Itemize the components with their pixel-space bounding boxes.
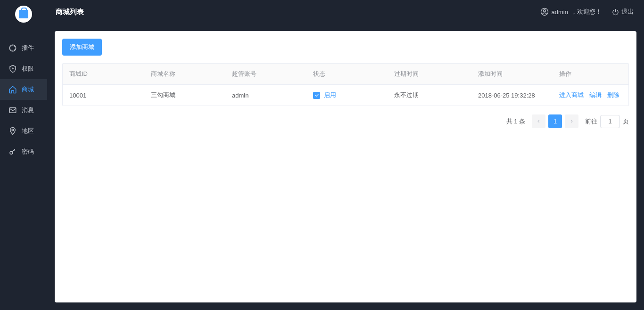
logo-icon [15, 6, 32, 23]
header: 商城列表 admin ，欢迎您！ 退出 [47, 0, 644, 24]
table-body: 10001 三勾商城 admin 启用 永不过期 2018-06-25 19:3… [63, 85, 628, 106]
edit-link[interactable]: 编辑 [589, 91, 602, 99]
sidebar-item-label: 权限 [22, 65, 34, 73]
sidebar-item-mall[interactable]: 商城 [0, 79, 47, 100]
delete-link[interactable]: 删除 [607, 91, 619, 99]
th-action: 操作 [553, 64, 628, 84]
cell-account: admin [225, 85, 306, 106]
welcome-text: ，欢迎您！ [571, 8, 602, 16]
svg-point-1 [12, 68, 13, 69]
page-1-button[interactable]: 1 [548, 114, 562, 128]
table-header: 商城ID 商城名称 超管账号 状态 过期时间 添加时间 操作 [63, 64, 628, 85]
svg-point-4 [10, 151, 13, 154]
jump-to-page: 前往 页 [585, 115, 629, 128]
status-checkbox[interactable] [313, 92, 320, 99]
svg-point-3 [12, 129, 14, 131]
sidebar-item-message[interactable]: 消息 [0, 100, 47, 121]
sidebar-item-label: 消息 [22, 106, 34, 114]
goto-prefix: 前往 [585, 117, 597, 126]
th-expire: 过期时间 [388, 64, 471, 84]
cell-create: 2018-06-25 19:32:28 [471, 85, 553, 106]
mail-icon [8, 106, 17, 114]
th-status: 状态 [306, 64, 388, 84]
page-title: 商城列表 [56, 8, 84, 16]
user-name: admin [552, 8, 568, 16]
prev-page-button[interactable] [532, 114, 545, 128]
status-label: 启用 [324, 91, 336, 99]
plugin-icon [8, 44, 17, 52]
goto-suffix: 页 [623, 117, 629, 126]
svg-point-6 [543, 9, 545, 12]
sidebar: 插件 权限 商城 消息 地区 密码 [0, 0, 47, 310]
chevron-left-icon [536, 119, 541, 124]
pager-group: 1 [532, 114, 578, 128]
cell-status: 启用 [306, 85, 388, 106]
svg-point-0 [9, 45, 16, 51]
user-info[interactable]: admin ，欢迎您！ [540, 8, 602, 16]
sidebar-item-password[interactable]: 密码 [0, 141, 47, 162]
logout-link[interactable]: 退出 [612, 8, 634, 16]
user-icon [540, 8, 549, 16]
sidebar-item-label: 插件 [22, 44, 34, 52]
table-row: 10001 三勾商城 admin 启用 永不过期 2018-06-25 19:3… [63, 85, 628, 106]
th-account: 超管账号 [225, 64, 306, 84]
total-text: 共 1 条 [506, 117, 525, 126]
content-panel: 添加商城 商城ID 商城名称 超管账号 状态 过期时间 添加时间 操作 1000… [55, 31, 636, 302]
add-mall-button[interactable]: 添加商城 [62, 39, 102, 56]
chevron-right-icon [569, 119, 574, 124]
cell-action: 进入商城 编辑 删除 [553, 85, 628, 106]
home-icon [8, 85, 17, 94]
next-page-button[interactable] [565, 114, 578, 128]
logo[interactable] [0, 0, 47, 28]
mall-table: 商城ID 商城名称 超管账号 状态 过期时间 添加时间 操作 10001 三勾商… [62, 63, 629, 106]
enter-mall-link[interactable]: 进入商城 [559, 91, 584, 99]
check-icon [314, 93, 319, 98]
location-icon [8, 127, 17, 135]
pagination: 共 1 条 1 前往 页 [62, 114, 629, 128]
sidebar-item-label: 地区 [22, 127, 34, 135]
cell-id: 10001 [63, 85, 144, 106]
th-id: 商城ID [63, 64, 144, 84]
sidebar-item-label: 密码 [22, 147, 34, 156]
shield-icon [8, 65, 17, 73]
key-icon [8, 147, 17, 156]
sidebar-item-label: 商城 [22, 85, 34, 94]
logout-label: 退出 [621, 8, 634, 16]
sidebar-item-plugin[interactable]: 插件 [0, 38, 47, 58]
main: 商城列表 admin ，欢迎您！ 退出 添加商城 商城ID 商城名称 超管账号 … [47, 0, 644, 310]
cell-expire: 永不过期 [388, 85, 471, 106]
sidebar-item-region[interactable]: 地区 [0, 121, 47, 141]
cell-name: 三勾商城 [144, 85, 225, 106]
goto-input[interactable] [600, 115, 620, 128]
sidebar-item-permission[interactable]: 权限 [0, 58, 47, 79]
header-right: admin ，欢迎您！ 退出 [540, 8, 634, 16]
nav: 插件 权限 商城 消息 地区 密码 [0, 38, 47, 162]
th-name: 商城名称 [144, 64, 225, 84]
power-icon [612, 8, 619, 16]
th-create: 添加时间 [471, 64, 553, 84]
